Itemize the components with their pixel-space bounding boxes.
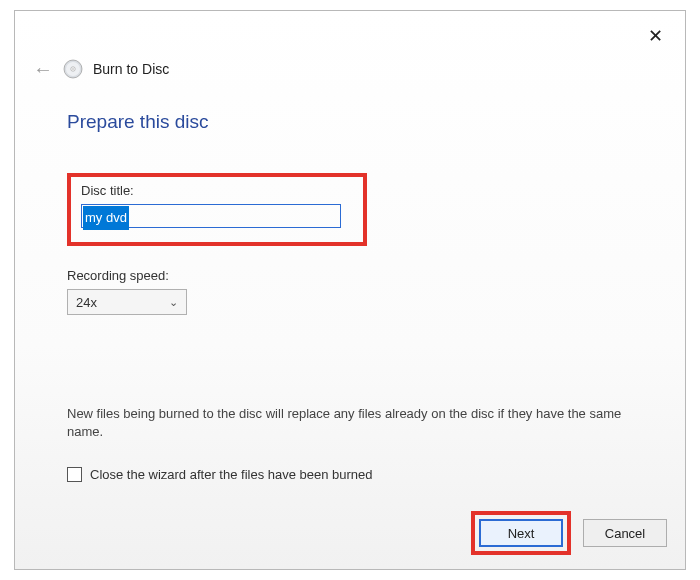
svg-point-3 xyxy=(72,68,74,70)
burn-to-disc-wizard-window: ✕ ← Burn to Disc Prepare this disc Disc … xyxy=(14,10,686,570)
cancel-button[interactable]: Cancel xyxy=(583,519,667,547)
disc-icon xyxy=(63,59,83,79)
page-heading: Prepare this disc xyxy=(67,111,645,133)
next-button-highlight: Next xyxy=(471,511,571,555)
wizard-content: Prepare this disc Disc title: my dvd Rec… xyxy=(67,111,645,482)
close-icon[interactable]: ✕ xyxy=(640,21,671,51)
back-arrow-icon[interactable]: ← xyxy=(33,59,53,79)
close-wizard-checkbox-row[interactable]: Close the wizard after the files have be… xyxy=(67,467,645,482)
next-button[interactable]: Next xyxy=(479,519,563,547)
close-wizard-checkbox[interactable] xyxy=(67,467,82,482)
disc-title-value: my dvd xyxy=(83,206,129,230)
disc-title-highlight: Disc title: my dvd xyxy=(67,173,367,246)
recording-speed-value: 24x xyxy=(76,295,97,310)
chevron-down-icon: ⌄ xyxy=(169,296,178,309)
close-wizard-checkbox-label: Close the wizard after the files have be… xyxy=(90,467,373,482)
wizard-footer: Next Cancel xyxy=(471,511,667,555)
window-title: Burn to Disc xyxy=(93,61,169,77)
recording-speed-label: Recording speed: xyxy=(67,268,645,283)
wizard-header: ← Burn to Disc xyxy=(33,59,169,79)
disc-title-label: Disc title: xyxy=(81,183,353,198)
replace-files-note: New files being burned to the disc will … xyxy=(67,405,627,441)
recording-speed-select[interactable]: 24x ⌄ xyxy=(67,289,187,315)
disc-title-input[interactable]: my dvd xyxy=(81,204,341,228)
